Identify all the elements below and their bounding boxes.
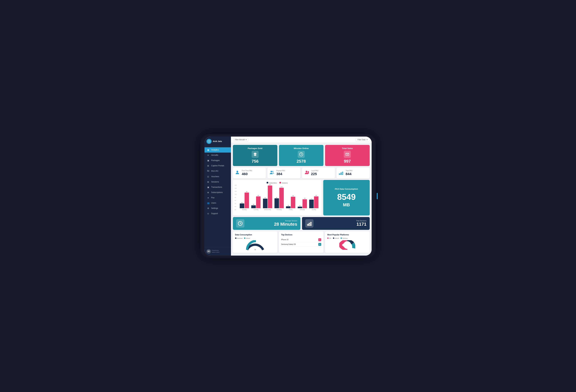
pax-cards-row: First Time PAX 460 Repeat PAX 384 — [233, 168, 370, 178]
sidebar-item-label: Packages — [211, 159, 220, 161]
minutes-online-value: 2578 — [297, 159, 306, 164]
loyal-pax-value: 225 — [311, 172, 318, 176]
total-pax-value: 844 — [346, 172, 352, 176]
download-legend-item: Download — [235, 237, 243, 239]
filter-date-label: Filter Date — [358, 139, 366, 141]
chevron-down-icon: ▾ — [246, 139, 247, 141]
first-time-pax-card: First Time PAX 460 — [233, 168, 266, 178]
settings-icon: ⚙ — [207, 207, 210, 209]
device-name-1: iPhone 10 — [281, 239, 288, 240]
top-devices-card: Top Devices iPhone 10 1 Samsung Galaxy S… — [279, 232, 323, 253]
subscriptions-icon: ⊕ — [207, 191, 210, 194]
sidebar-item-label: PAX IFC — [211, 170, 219, 172]
sd-logo: SD — [206, 249, 211, 254]
loyal-pax-icon — [304, 170, 309, 176]
sidebar-item-label: Pax — [211, 197, 215, 199]
middle-row: Subscribers Sessions 1301201101009080706… — [233, 180, 370, 215]
tablet-frame: AAA Jets ▦ Analytics ✈ Aircrafts ▣ Packa… — [200, 134, 376, 259]
packages-sold-title: Packages Sold — [248, 147, 262, 150]
bar-group-saturday: 55 78 Saturday — [297, 185, 307, 210]
sidebar-item-captive-portals[interactable]: ⊞ Captive Portals — [204, 163, 231, 168]
sidebar-item-vouchers[interactable]: ⊡ Vouchers — [204, 174, 231, 179]
svg-point-9 — [306, 171, 307, 172]
sessions-icon: ⊞ — [207, 181, 210, 183]
support-icon: ⊙ — [207, 212, 210, 215]
device-rank-2: 2 — [318, 243, 321, 246]
windows-legend-item: Windows — [341, 237, 347, 239]
sidebar-item-packages[interactable]: ▣ Packages — [204, 158, 231, 163]
packages-sold-card: Packages Sold 756 — [233, 145, 277, 166]
popular-platforms-title: Most Popular Platforms — [327, 234, 367, 236]
sidebar-item-pax[interactable]: ♦ Pax — [204, 195, 231, 200]
windows-label: Windows — [342, 237, 347, 239]
minutes-online-card: Minutes Online 2578 — [279, 145, 323, 166]
filter-aircraft-label: Filter Aircraft — [235, 139, 245, 141]
data-consumption-legend: Download Upload — [235, 237, 275, 239]
pax-data-unit: MB — [343, 202, 350, 208]
avg-session-info: Average Session 28 Minutes — [274, 220, 297, 227]
sidebar-item-settings[interactable]: ⚙ Settings — [204, 206, 231, 211]
platforms-donut-chart — [339, 240, 355, 250]
svg-rect-17 — [309, 223, 310, 225]
svg-point-6 — [236, 171, 238, 172]
legend-subscribers: Subscribers — [267, 182, 277, 184]
sidebar-item-aircrafts[interactable]: ✈ Aircrafts — [204, 153, 231, 158]
sidebar-item-sessions[interactable]: ⊞ Sessions — [204, 179, 231, 184]
repeat-pax-label: Repeat PAX — [276, 170, 285, 172]
bar-group-monday: 65 99 Monday — [239, 185, 250, 210]
sidebar-item-users[interactable]: 👥 Users — [204, 200, 231, 206]
svg-rect-11 — [308, 171, 309, 174]
sidebar-item-subscriptions[interactable]: ⊕ Subscriptions — [204, 190, 231, 195]
svg-point-8 — [272, 171, 273, 172]
total-pax-info: Total PAX 844 — [346, 170, 352, 176]
sidebar-item-label: Vouchers — [211, 176, 219, 178]
sidebar-item-label: Sessions — [211, 181, 219, 183]
sidebar-item-analytics[interactable]: ▦ Analytics — [204, 147, 231, 153]
pax-icon: ♦ — [207, 197, 210, 199]
ios-legend-item: iOS — [327, 237, 331, 239]
session-row: Average Session 28 Minutes Total Session… — [233, 217, 370, 230]
repeat-pax-value: 384 — [276, 172, 285, 176]
android-dot — [333, 237, 334, 239]
sidebar-item-support[interactable]: ⊙ Support — [204, 211, 231, 216]
main-content: Filter Aircraft ▾ Filter Date ▾ Packages… — [231, 137, 372, 256]
first-time-pax-info: First Time PAX 460 — [242, 170, 252, 176]
nav-items: ▦ Analytics ✈ Aircrafts ▣ Packages ⊞ Cap… — [204, 146, 231, 247]
bar-chart: 65 99 Monday 59 87 Tuesday 80 — [239, 185, 320, 213]
pax-ifc-icon — [207, 170, 210, 173]
total-sessions-value: 1171 — [356, 222, 366, 227]
minutes-online-title: Minutes Online — [294, 147, 309, 150]
svg-rect-12 — [339, 174, 340, 175]
total-sales-title: Total Sales — [342, 147, 353, 150]
device-item-2: Samsung Galaxy S9 2 — [281, 242, 321, 247]
filter-date-dropdown[interactable]: Filter Date ▾ — [356, 138, 369, 142]
sidebar-item-pax-ifc[interactable]: PAX IFC — [204, 168, 231, 174]
bar-group-thursday: 81 114 Thursday — [274, 185, 284, 210]
top-devices-title: Top Devices — [281, 234, 321, 236]
ios-dot — [327, 237, 329, 239]
android-legend-item: Android — [333, 237, 339, 239]
data-consumption-chart: 75 — [246, 240, 265, 251]
analytics-icon: ▦ — [207, 149, 210, 151]
device-rank-1: 1 — [318, 238, 321, 241]
legend-sessions: Sessions — [279, 182, 288, 184]
first-time-pax-label: First Time PAX — [242, 170, 252, 172]
sidebar-item-label: Settings — [211, 207, 218, 209]
scrollbar[interactable] — [377, 193, 378, 199]
svg-text:75: 75 — [254, 249, 256, 250]
bar-group-tuesday: 59 87 Tuesday — [251, 185, 261, 210]
chart-legend: Subscribers Sessions — [235, 182, 320, 184]
sidebar-item-transactions[interactable]: ▣ Transactions — [204, 184, 231, 190]
total-pax-label: Total PAX — [346, 170, 352, 172]
popular-platforms-card: Most Popular Platforms iOS Android — [325, 232, 370, 253]
captive-portals-icon: ⊞ — [207, 165, 210, 167]
data-consumption-title: Data Consumption — [235, 234, 275, 236]
filter-aircraft-dropdown[interactable]: Filter Aircraft ▾ — [233, 138, 249, 142]
avg-session-value: 28 Minutes — [274, 222, 297, 227]
sidebar-item-label: Users — [211, 202, 216, 204]
packages-sold-value: 756 — [252, 159, 259, 164]
powered-by: SD Powered by satcom direct. — [206, 249, 229, 254]
users-icon: 👥 — [207, 202, 210, 204]
svg-rect-16 — [307, 224, 308, 226]
svg-point-20 — [344, 241, 351, 249]
